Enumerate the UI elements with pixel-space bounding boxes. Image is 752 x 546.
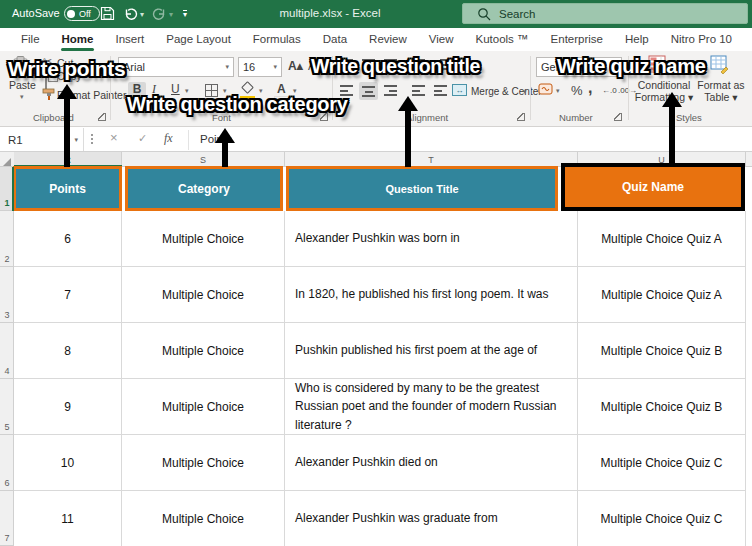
- divider: [188, 130, 189, 150]
- tab-view[interactable]: View: [418, 28, 465, 51]
- increase-decimal-button[interactable]: ←.0: [602, 86, 617, 95]
- merge-center-caret-icon[interactable]: ▾: [523, 88, 527, 96]
- merge-center-icon[interactable]: ↔: [452, 84, 467, 96]
- cell[interactable]: Multiple Choice: [122, 323, 285, 379]
- undo-caret-icon[interactable]: ▾: [140, 10, 144, 19]
- number-group-label: Number: [559, 112, 593, 123]
- cell[interactable]: 10: [14, 435, 122, 491]
- cell[interactable]: 9: [14, 379, 122, 435]
- tab-help[interactable]: Help: [614, 28, 660, 51]
- tab-nitro-pro[interactable]: Nitro Pro 10: [660, 28, 743, 51]
- cell[interactable]: Multiple Choice: [122, 211, 285, 267]
- tab-review[interactable]: Review: [358, 28, 418, 51]
- insert-function-icon[interactable]: fx: [164, 131, 173, 146]
- redo-caret-icon[interactable]: ▾: [169, 10, 173, 19]
- redo-icon[interactable]: [152, 7, 167, 25]
- cell[interactable]: Pushkin published his first poem at the …: [285, 323, 578, 379]
- cell[interactable]: Alexander Pushkin was graduate from: [285, 491, 578, 546]
- grow-font-button[interactable]: A▴: [288, 59, 303, 73]
- header-cell-category[interactable]: Category: [125, 166, 283, 211]
- autosave-toggle[interactable]: Off: [64, 6, 100, 21]
- row-header-3[interactable]: 3: [0, 267, 14, 323]
- cell[interactable]: Who is considered by many to be the grea…: [285, 379, 578, 435]
- cell[interactable]: 11: [14, 491, 122, 546]
- excel-window: AutoSave Off ▾ ▾ ▾ multiple.xlsx - Excel…: [0, 0, 752, 546]
- increase-indent-icon[interactable]: [434, 85, 447, 96]
- format-painter-icon[interactable]: [42, 87, 56, 105]
- cf-line1: Conditional: [638, 79, 691, 91]
- format-as-table-icon[interactable]: [710, 55, 729, 78]
- row-header-6[interactable]: 6: [0, 435, 14, 491]
- row-header-4[interactable]: 4: [0, 323, 14, 379]
- merge-center-button[interactable]: Merge & Center: [471, 86, 542, 97]
- clipboard-dialog-launcher-icon[interactable]: [98, 113, 106, 121]
- annotation-write-question-title: Write question title: [311, 55, 480, 78]
- accounting-format-icon[interactable]: [538, 82, 553, 100]
- cell[interactable]: Alexander Pushkin was born in: [285, 211, 578, 267]
- font-size-combo[interactable]: 16 ▾: [238, 57, 282, 77]
- cell[interactable]: Multiple Choice Quiz C: [578, 435, 746, 491]
- header-cell-quiz-name[interactable]: Quiz Name: [561, 163, 745, 211]
- select-all-icon[interactable]: [3, 158, 11, 166]
- row-header-2[interactable]: 2: [0, 211, 14, 267]
- cell[interactable]: Multiple Choice Quiz B: [578, 379, 746, 435]
- tab-insert[interactable]: Insert: [104, 28, 155, 51]
- formula-bar-grip[interactable]: [91, 134, 93, 136]
- customize-qat-icon[interactable]: ▾: [183, 10, 187, 18]
- tab-page-layout[interactable]: Page Layout: [155, 28, 242, 51]
- number-dialog-launcher-icon[interactable]: [614, 113, 622, 121]
- header-cell-question-title[interactable]: Question Title: [286, 166, 558, 211]
- search-box[interactable]: Search: [462, 3, 748, 24]
- tab-home[interactable]: Home: [51, 28, 105, 51]
- row-header-7[interactable]: 7: [0, 491, 14, 546]
- cell[interactable]: Multiple Choice Quiz A: [578, 211, 746, 267]
- alignment-dialog-launcher-icon[interactable]: [517, 113, 525, 121]
- cell[interactable]: Multiple Choice: [122, 379, 285, 435]
- cell[interactable]: In 1820, he published his first long poe…: [285, 267, 578, 323]
- group-divider: [530, 56, 531, 120]
- format-as-table-button[interactable]: Format as Table ▾: [694, 79, 748, 103]
- font-name-value: Arial: [123, 61, 145, 73]
- table-row: 9 Multiple Choice Who is considered by m…: [14, 379, 746, 435]
- enter-icon[interactable]: ✓: [138, 132, 147, 145]
- comma-style-button[interactable]: ,: [588, 79, 592, 97]
- cell[interactable]: 7: [14, 267, 122, 323]
- tab-data[interactable]: Data: [312, 28, 358, 51]
- decrease-indent-icon[interactable]: [412, 85, 425, 96]
- save-icon[interactable]: [100, 6, 115, 25]
- table-row: 7 Multiple Choice In 1820, he published …: [14, 267, 746, 323]
- align-right-icon[interactable]: [384, 85, 397, 96]
- tab-formulas[interactable]: Formulas: [242, 28, 312, 51]
- paste-caret-icon[interactable]: ▾: [20, 93, 24, 101]
- font-name-combo[interactable]: Arial ▾: [118, 57, 234, 77]
- column-header-T[interactable]: T: [285, 152, 578, 167]
- cell[interactable]: Alexander Pushkin died on: [285, 435, 578, 491]
- cell[interactable]: 6: [14, 211, 122, 267]
- category-arrow-icon: [215, 128, 235, 167]
- ribbon-tab-bar: File Home Insert Page Layout Formulas Da…: [0, 28, 752, 51]
- undo-icon[interactable]: [123, 7, 138, 25]
- cell[interactable]: 8: [14, 323, 122, 379]
- cell[interactable]: Multiple Choice Quiz B: [578, 323, 746, 379]
- table-row: 8 Multiple Choice Pushkin published his …: [14, 323, 746, 379]
- table-row: 10 Multiple Choice Alexander Pushkin die…: [14, 435, 746, 491]
- merge-arrows-glyph: ↔: [456, 86, 464, 95]
- cell[interactable]: Multiple Choice Quiz C: [578, 491, 746, 546]
- cell[interactable]: Multiple Choice: [122, 491, 285, 546]
- cell[interactable]: Multiple Choice: [122, 267, 285, 323]
- toggle-dot-icon: [67, 10, 75, 18]
- row-header-5[interactable]: 5: [0, 379, 14, 435]
- tab-enterprise[interactable]: Enterprise: [540, 28, 614, 51]
- tab-file[interactable]: File: [10, 28, 51, 51]
- ft-line2: Table ▾: [704, 91, 737, 103]
- cancel-icon[interactable]: ×: [110, 130, 118, 145]
- accounting-caret-icon[interactable]: ▾: [556, 87, 560, 95]
- column-header-S[interactable]: S: [122, 152, 285, 167]
- percent-style-button[interactable]: %: [571, 83, 583, 98]
- align-center-selected[interactable]: [359, 82, 378, 100]
- search-icon: [477, 7, 491, 21]
- header-cell-points[interactable]: Points: [13, 166, 122, 211]
- cell[interactable]: Multiple Choice Quiz A: [578, 267, 746, 323]
- cell[interactable]: Multiple Choice: [122, 435, 285, 491]
- tab-kutools[interactable]: Kutools ™: [465, 28, 540, 51]
